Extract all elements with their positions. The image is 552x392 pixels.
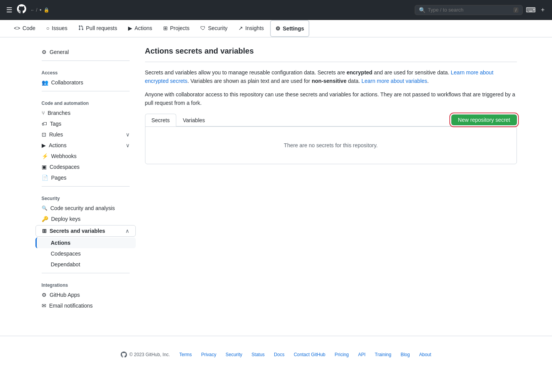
sidebar-collaborators-label: Collaborators <box>51 79 83 86</box>
sidebar-code-security-label: Code security and analysis <box>51 205 115 211</box>
issues-icon: ○ <box>46 25 49 31</box>
sidebar: ⚙ General Access 👥 Collaborators Code an… <box>35 47 136 311</box>
general-icon: ⚙ <box>42 49 47 55</box>
sidebar-pages-label: Pages <box>51 175 67 181</box>
codespaces-icon: ▣ <box>42 164 47 170</box>
footer-contact[interactable]: Contact GitHub <box>294 352 325 357</box>
new-repository-secret-button[interactable]: New repository secret <box>451 114 517 125</box>
nav-repo-icon: 🔒 <box>44 7 49 13</box>
footer-status[interactable]: Status <box>252 352 265 357</box>
nav-insights-label: Insights <box>245 25 264 31</box>
learn-variables-link[interactable]: Learn more about variables <box>361 78 427 84</box>
empty-state-text: There are no secrets for this repository… <box>284 142 378 148</box>
page-title: Actions secrets and variables <box>145 47 517 62</box>
sidebar-divider-3 <box>42 186 130 187</box>
footer-privacy[interactable]: Privacy <box>201 352 216 357</box>
github-logo[interactable] <box>17 4 26 16</box>
sidebar-section-security: Security <box>35 190 136 203</box>
nav-issues[interactable]: ○ Issues <box>42 20 72 37</box>
sidebar-codespaces-sub-label: Codespaces <box>51 251 81 257</box>
nav-pr-label: Pull requests <box>86 25 117 31</box>
sidebar-rules[interactable]: ⊡ Rules ∨ <box>35 129 136 140</box>
tab-variables[interactable]: Variables <box>176 114 211 126</box>
footer-docs[interactable]: Docs <box>274 352 284 357</box>
search-input[interactable] <box>428 7 511 13</box>
nav-pullrequests[interactable]: Pull requests <box>74 20 122 37</box>
footer-copyright: © 2023 GitHub, Inc. <box>129 352 170 357</box>
nav-insights[interactable]: ↗ Insights <box>234 20 268 37</box>
footer-blog[interactable]: Blog <box>400 352 410 357</box>
hamburger-icon[interactable]: ☰ <box>6 6 12 14</box>
email-icon: ✉ <box>42 303 46 309</box>
nav-code-label: Code <box>22 25 35 31</box>
collaborators-icon: 👥 <box>42 79 48 86</box>
nav-projects[interactable]: ⊞ Projects <box>159 20 194 37</box>
sidebar-dependabot-sub[interactable]: Dependabot <box>35 259 136 270</box>
footer-api[interactable]: API <box>358 352 365 357</box>
deploy-keys-icon: 🔑 <box>42 216 48 222</box>
tabs-row: Secrets Variables New repository secret <box>145 114 517 126</box>
sidebar-actions-menu[interactable]: ▶ Actions ∨ <box>35 140 136 151</box>
sidebar-divider-2 <box>42 91 130 91</box>
top-nav: ☰ ·· / ▪ 🔒 🔍 / ⌨ ＋ <box>0 0 552 20</box>
terminal-icon[interactable]: ⌨ <box>526 6 536 14</box>
empty-state: There are no secrets for this repository… <box>145 126 517 164</box>
footer-pricing[interactable]: Pricing <box>335 352 349 357</box>
sidebar-divider-4 <box>42 273 130 273</box>
sidebar-section-automation: Code and automation <box>35 94 136 108</box>
sidebar-tags[interactable]: 🏷 Tags <box>35 118 136 129</box>
nav-issues-label: Issues <box>52 25 67 31</box>
sidebar-actions-sub[interactable]: Actions <box>35 237 136 248</box>
sidebar-codespaces-sub[interactable]: Codespaces <box>35 248 136 259</box>
footer-security[interactable]: Security <box>226 352 242 357</box>
sidebar-general[interactable]: ⚙ General <box>35 47 136 57</box>
sidebar-deploy-keys[interactable]: 🔑 Deploy keys <box>35 214 136 224</box>
sidebar-secrets-variables[interactable]: ⊞ Secrets and variables ∧ <box>35 225 136 237</box>
footer-terms[interactable]: Terms <box>179 352 192 357</box>
pr-icon <box>78 25 84 32</box>
sidebar-code-security[interactable]: 🔍 Code security and analysis <box>35 203 136 214</box>
sidebar-actions-sub-label: Actions <box>51 240 71 246</box>
insights-icon: ↗ <box>238 25 243 31</box>
nav-settings[interactable]: ⚙ Settings <box>270 20 309 37</box>
search-bar[interactable]: 🔍 / <box>415 5 523 15</box>
sidebar-webhooks-label: Webhooks <box>51 153 77 159</box>
sidebar-email-notifications[interactable]: ✉ Email notifications <box>35 300 136 311</box>
webhooks-icon: ⚡ <box>42 153 48 159</box>
nav-projects-label: Projects <box>170 25 190 31</box>
actions-icon: ▶ <box>128 25 132 31</box>
rules-icon: ⊡ <box>42 131 46 138</box>
footer-training[interactable]: Training <box>375 352 392 357</box>
nav-repo[interactable]: ▪ <box>40 7 42 13</box>
rules-chevron-icon: ∨ <box>126 131 130 138</box>
sidebar-tags-label: Tags <box>50 121 62 127</box>
tags-icon: 🏷 <box>42 121 47 127</box>
content-area: Actions secrets and variables Secrets an… <box>145 47 517 311</box>
branches-icon: ⑂ <box>42 110 45 116</box>
sidebar-section-access: Access <box>35 64 136 77</box>
tab-secrets[interactable]: Secrets <box>145 114 176 126</box>
main-layout: ⚙ General Access 👥 Collaborators Code an… <box>29 37 523 320</box>
tabs: Secrets Variables <box>145 114 212 126</box>
sidebar-branches[interactable]: ⑂ Branches <box>35 108 136 118</box>
nav-actions[interactable]: ▶ Actions <box>123 20 157 37</box>
sidebar-codespaces[interactable]: ▣ Codespaces <box>35 162 136 172</box>
breadcrumb: ·· / ▪ 🔒 <box>31 7 49 13</box>
sidebar-email-label: Email notifications <box>49 303 93 309</box>
sidebar-github-apps[interactable]: ⚙ GitHub Apps <box>35 289 136 300</box>
nav-security[interactable]: 🛡 Security <box>196 20 232 37</box>
sidebar-pages[interactable]: 📄 Pages <box>35 172 136 183</box>
sidebar-general-label: General <box>50 49 69 55</box>
content-desc-1: Secrets and variables allow you to manag… <box>145 68 517 86</box>
nav-user[interactable]: ·· <box>31 7 34 13</box>
nav-code[interactable]: <> Code <box>9 20 40 37</box>
footer-about[interactable]: About <box>419 352 431 357</box>
sidebar-webhooks[interactable]: ⚡ Webhooks <box>35 151 136 162</box>
actions-chevron-icon: ∨ <box>126 142 130 148</box>
content-desc-2: Anyone with collaborator access to this … <box>145 90 517 108</box>
add-icon[interactable]: ＋ <box>540 6 546 14</box>
sidebar-collaborators[interactable]: 👥 Collaborators <box>35 77 136 88</box>
sidebar-rules-label: Rules <box>49 131 63 138</box>
search-icon: 🔍 <box>419 7 425 13</box>
actions-menu-icon: ▶ <box>42 142 46 148</box>
